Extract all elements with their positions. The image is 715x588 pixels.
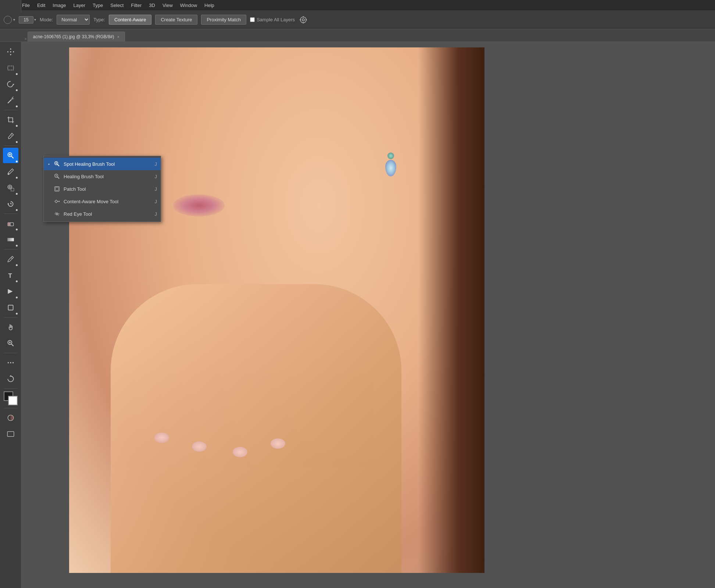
- svg-rect-45: [7, 431, 14, 436]
- spot-heal-icon: [53, 160, 61, 168]
- tool-separator-2: [4, 146, 17, 146]
- toolbox: T: [0, 42, 21, 588]
- tool-separator-1: [4, 110, 17, 110]
- panels-collapse-arrow[interactable]: »: [24, 36, 28, 42]
- tool-more[interactable]: [3, 355, 18, 370]
- flyout-healing-brush-label: Healing Brush Tool: [64, 174, 152, 179]
- tool-clone[interactable]: [3, 180, 18, 196]
- svg-line-37: [11, 344, 14, 346]
- patch-icon: [53, 185, 61, 193]
- menu-3d[interactable]: 3D: [146, 2, 158, 9]
- earring-stud: [387, 153, 394, 159]
- menu-type[interactable]: Type: [90, 2, 106, 9]
- tool-marquee[interactable]: [3, 60, 18, 76]
- color-swatches[interactable]: [3, 391, 18, 406]
- tool-submenu-indicator: [16, 193, 18, 195]
- tool-eraser[interactable]: [3, 216, 18, 231]
- svg-line-16: [12, 97, 13, 97]
- svg-marker-54: [59, 201, 60, 202]
- photo-fingers: [111, 284, 401, 573]
- sample-all-layers-checkbox[interactable]: [250, 17, 255, 22]
- tool-eyedropper[interactable]: [3, 128, 18, 144]
- flyout-item-patch[interactable]: Patch Tool J: [44, 183, 161, 195]
- menu-edit[interactable]: Edit: [34, 2, 48, 9]
- brush-preview[interactable]: [4, 16, 12, 24]
- svg-point-1: [302, 19, 304, 21]
- type-label: Type:: [93, 17, 105, 22]
- content-aware-icon: [53, 198, 61, 205]
- menu-select[interactable]: Select: [107, 2, 126, 9]
- type-proximity-match-btn[interactable]: Proximity Match: [201, 15, 246, 25]
- flyout-item-red-eye[interactable]: Red Eye Tool J: [44, 208, 161, 220]
- brush-dropdown-arrow[interactable]: ▾: [13, 18, 15, 22]
- tool-path-select[interactable]: [3, 284, 18, 299]
- photo-canvas: [69, 47, 485, 573]
- tool-quick-mask[interactable]: [3, 410, 18, 426]
- menu-view[interactable]: View: [160, 2, 176, 9]
- tool-submenu-indicator: [16, 264, 18, 266]
- tool-submenu-indicator: [16, 229, 18, 230]
- tool-separator-5: [4, 317, 17, 318]
- nail-2: [192, 441, 207, 452]
- menu-filter[interactable]: Filter: [128, 2, 144, 9]
- type-create-texture-btn[interactable]: Create Texture: [155, 15, 197, 25]
- tool-submenu-indicator: [16, 73, 18, 75]
- tool-move[interactable]: [3, 44, 18, 60]
- tool-rotate-view[interactable]: [3, 371, 18, 387]
- flyout-content-aware-move-shortcut: J: [155, 199, 157, 204]
- flyout-item-content-aware-move[interactable]: Content-Aware Move Tool J: [44, 195, 161, 208]
- tool-history[interactable]: [3, 196, 18, 212]
- options-target-icon[interactable]: [298, 15, 308, 25]
- svg-line-60: [58, 215, 59, 216]
- tool-pen[interactable]: [3, 251, 18, 267]
- type-content-aware-btn[interactable]: Content-Aware: [109, 15, 151, 25]
- flyout-patch-label: Patch Tool: [64, 186, 152, 192]
- tool-brush[interactable]: [3, 164, 18, 179]
- brush-size-value[interactable]: 15: [19, 16, 33, 24]
- tool-gradient[interactable]: [3, 232, 18, 247]
- menu-layer[interactable]: Layer: [71, 2, 89, 9]
- svg-marker-8: [7, 51, 8, 53]
- menu-help[interactable]: Help: [201, 2, 217, 9]
- canvas-area[interactable]: ▪ Spot Healing Brush Tool J: [21, 42, 715, 588]
- tool-zoom[interactable]: [3, 336, 18, 351]
- svg-point-42: [12, 362, 13, 363]
- sample-all-layers-label[interactable]: Sample All Layers: [257, 17, 295, 22]
- tool-magic-wand[interactable]: [3, 93, 18, 108]
- brush-size-arrow[interactable]: ▾: [34, 18, 36, 22]
- tool-separator-8: [4, 408, 17, 408]
- flyout-healing-brush-shortcut: J: [155, 174, 157, 179]
- tool-separator-7: [4, 388, 17, 389]
- flyout-item-spot-healing[interactable]: ▪ Spot Healing Brush Tool J: [44, 158, 161, 170]
- tool-submenu-indicator: [16, 280, 18, 282]
- svg-rect-11: [8, 66, 13, 70]
- svg-rect-33: [7, 238, 14, 241]
- document-tab[interactable]: acne-1606765 (1).jpg @ 33,3% (RGB/8#) ×: [28, 32, 125, 42]
- document-tab-close[interactable]: ×: [117, 35, 119, 39]
- options-bar: ▾ 15 ▾ Mode: Normal Type: Content-Aware …: [0, 10, 715, 29]
- svg-marker-6: [10, 48, 11, 49]
- tool-healing[interactable]: [3, 148, 18, 163]
- svg-marker-7: [10, 54, 11, 55]
- tool-submenu-indicator: [16, 245, 18, 247]
- mode-select[interactable]: Normal: [57, 15, 90, 25]
- svg-rect-26: [11, 188, 14, 191]
- flyout-red-eye-shortcut: J: [155, 211, 157, 217]
- tool-text[interactable]: T: [3, 268, 18, 283]
- tool-screen-mode[interactable]: [3, 426, 18, 442]
- tool-submenu-indicator: [16, 313, 18, 315]
- tool-crop[interactable]: [3, 112, 18, 128]
- heal-icon: [53, 173, 61, 180]
- menu-image[interactable]: Image: [50, 2, 69, 9]
- background-color[interactable]: [8, 396, 18, 405]
- flyout-item-healing-brush[interactable]: Healing Brush Tool J: [44, 170, 161, 183]
- tool-lasso[interactable]: [3, 76, 18, 92]
- tool-separator-6: [4, 353, 17, 353]
- svg-point-56: [57, 214, 58, 215]
- tool-hand[interactable]: [3, 319, 18, 335]
- photo-lips-area: [173, 194, 225, 216]
- tool-shape[interactable]: [3, 300, 18, 315]
- menu-window[interactable]: Window: [177, 2, 200, 9]
- tool-submenu-indicator: [16, 297, 18, 298]
- svg-rect-35: [8, 305, 13, 310]
